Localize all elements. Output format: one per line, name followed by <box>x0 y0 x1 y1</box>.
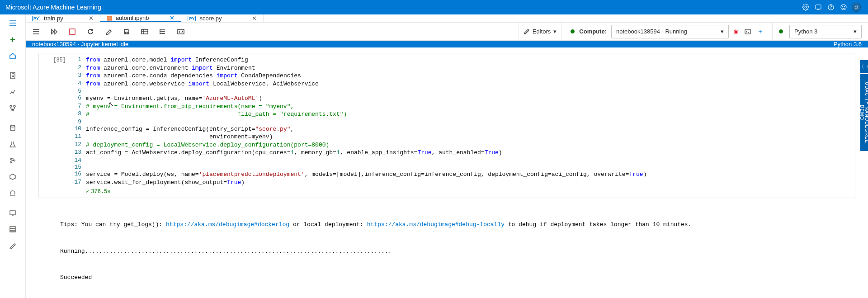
code-content[interactable] <box>86 157 855 164</box>
code-line[interactable]: 15 <box>71 164 855 170</box>
notebooks-icon[interactable] <box>5 71 21 80</box>
code-content[interactable]: myenv = Environment.get(ws, name='AzureM… <box>86 95 855 103</box>
code-content[interactable] <box>86 164 855 170</box>
check-icon: ✓ <box>86 188 89 195</box>
tab-score-py[interactable]: PY score.py ✕ <box>181 14 263 22</box>
kernel-dropdown[interactable]: Python 3 ▾ <box>789 25 862 38</box>
code-content[interactable]: environment=myenv) <box>86 133 855 141</box>
svg-point-23 <box>160 31 160 32</box>
line-number: 11 <box>71 133 86 141</box>
smiley-icon[interactable] <box>837 1 850 14</box>
close-icon[interactable]: ✕ <box>89 15 94 22</box>
svg-rect-1 <box>816 5 821 9</box>
settings-icon[interactable] <box>799 1 812 14</box>
record-icon[interactable]: ◉ <box>733 28 738 35</box>
code-line[interactable]: 12# deployment_config = LocalWebservice.… <box>71 141 855 149</box>
chevron-down-icon: ▾ <box>721 28 724 35</box>
compute-icon[interactable] <box>5 208 21 218</box>
code-line[interactable]: 3from azureml.core.conda_dependencies im… <box>71 72 855 80</box>
outline-icon[interactable] <box>159 28 167 36</box>
line-number: 12 <box>71 141 86 149</box>
compute-dropdown[interactable]: notebook138594 - Running ▾ <box>611 25 729 38</box>
code-content[interactable]: from azureml.core.webservice import Loca… <box>86 80 855 88</box>
tab-label: score.py <box>199 15 222 22</box>
code-content[interactable] <box>86 118 855 125</box>
code-content[interactable] <box>86 88 855 95</box>
line-number: 5 <box>71 88 86 95</box>
hamburger-icon[interactable] <box>5 18 21 28</box>
svg-point-4 <box>841 5 846 10</box>
editors-dropdown[interactable]: Editors ▾ <box>519 23 561 41</box>
models-icon[interactable] <box>5 172 21 182</box>
code-line[interactable]: 17service.wait_for_deployment(show_outpu… <box>71 179 855 187</box>
clear-output-icon[interactable] <box>104 28 113 36</box>
code-line[interactable]: 9 <box>71 118 855 125</box>
code-content[interactable]: # myenv = Environment.from_pip_requireme… <box>86 103 855 111</box>
code-line[interactable]: 5 <box>71 88 855 95</box>
code-line[interactable]: 4from azureml.core.webservice import Loc… <box>71 80 855 88</box>
code-line[interactable]: 7# myenv = Environment.from_pip_requirem… <box>71 103 855 111</box>
status-running-icon <box>571 29 575 33</box>
stop-icon[interactable] <box>68 28 76 36</box>
code-content[interactable]: inference_config = InferenceConfig(entry… <box>86 125 855 133</box>
user-avatar[interactable]: ci <box>850 1 863 14</box>
line-number: 3 <box>71 72 86 80</box>
code-line[interactable]: 1from azureml.core.model import Inferenc… <box>71 56 855 64</box>
focus-mode-icon[interactable] <box>177 28 185 36</box>
datasets-icon[interactable] <box>5 123 21 133</box>
code-content[interactable]: # deployment_config = LocalWebservice.de… <box>86 141 855 149</box>
code-line[interactable]: 2from azureml.core.environment import En… <box>71 64 855 72</box>
code-line[interactable]: 8# file_path = "requirements.txt") <box>71 110 855 118</box>
svg-point-13 <box>10 162 12 163</box>
side-panel-tab[interactable]: UDACITY NANODEGREE DEMO <box>860 74 868 151</box>
labeling-icon[interactable] <box>5 241 21 251</box>
svg-point-5 <box>843 6 843 7</box>
svg-rect-20 <box>125 32 128 34</box>
code-line[interactable]: 13aci_config = AciWebservice.deploy_conf… <box>71 149 855 157</box>
add-compute-icon[interactable]: ＋ <box>757 28 763 36</box>
collapse-panel-icon[interactable]: 〈〈 <box>860 60 868 73</box>
code-content[interactable]: service.wait_for_deployment(show_output=… <box>86 179 855 187</box>
close-icon[interactable]: ✕ <box>170 14 175 21</box>
tab-label: automl.ipynb <box>116 14 149 21</box>
restart-icon[interactable] <box>86 28 94 36</box>
datastores-icon[interactable] <box>5 224 21 234</box>
code-content[interactable]: from azureml.core.environment import Env… <box>86 64 855 72</box>
save-icon[interactable] <box>123 28 131 36</box>
designer-icon[interactable] <box>5 103 21 113</box>
global-header: Microsoft Azure Machine Learning ci <box>0 0 868 14</box>
code-cell[interactable]: [35] 1from azureml.core.model import Inf… <box>38 53 855 198</box>
code-line[interactable]: 6myenv = Environment.get(ws, name='Azure… <box>71 95 855 103</box>
output-tips-line: Tips: You can try get_logs(): https://ak… <box>60 220 855 229</box>
code-line[interactable]: 16service = Model.deploy(ws, name='place… <box>71 170 855 179</box>
tab-train-py[interactable]: PY train.py ✕ <box>26 14 100 22</box>
tab-automl-ipynb[interactable]: ▦ automl.ipynb ✕ <box>100 14 182 22</box>
help-icon[interactable] <box>825 1 837 14</box>
code-content[interactable]: from azureml.core.conda_dependencies imp… <box>86 72 855 80</box>
variable-explorer-icon[interactable] <box>141 28 149 36</box>
home-icon[interactable] <box>5 51 21 61</box>
svg-point-0 <box>805 6 807 8</box>
endpoints-icon[interactable] <box>5 188 21 198</box>
code-content[interactable]: aci_config = AciWebservice.deploy_config… <box>86 149 855 157</box>
code-content[interactable]: service = Model.deploy(ws, name='placeme… <box>86 170 855 179</box>
run-all-icon[interactable] <box>50 28 58 36</box>
terminal-icon[interactable] <box>745 29 751 34</box>
svg-point-6 <box>844 6 845 7</box>
dockerlog-link[interactable]: https://aka.ms/debugimage#dockerlog <box>166 221 289 228</box>
line-number: 16 <box>71 170 86 179</box>
code-line[interactable]: 14 <box>71 157 855 164</box>
code-line[interactable]: 10inference_config = InferenceConfig(ent… <box>71 125 855 133</box>
code-line[interactable]: 11 environment=myenv) <box>71 133 855 141</box>
feedback-icon[interactable] <box>812 1 825 14</box>
add-icon[interactable]: ＋ <box>5 34 21 44</box>
execution-count: [35] <box>39 56 71 186</box>
pipelines-icon[interactable] <box>5 156 21 166</box>
automl-icon[interactable] <box>5 87 21 97</box>
experiments-icon[interactable] <box>5 139 21 149</box>
menu-icon[interactable] <box>32 28 40 36</box>
debug-locally-link[interactable]: https://aka.ms/debugimage#debug-locally <box>367 221 505 228</box>
close-icon[interactable]: ✕ <box>252 15 257 22</box>
code-content[interactable]: # file_path = "requirements.txt") <box>86 110 855 118</box>
code-content[interactable]: from azureml.core.model import Inference… <box>86 56 855 64</box>
